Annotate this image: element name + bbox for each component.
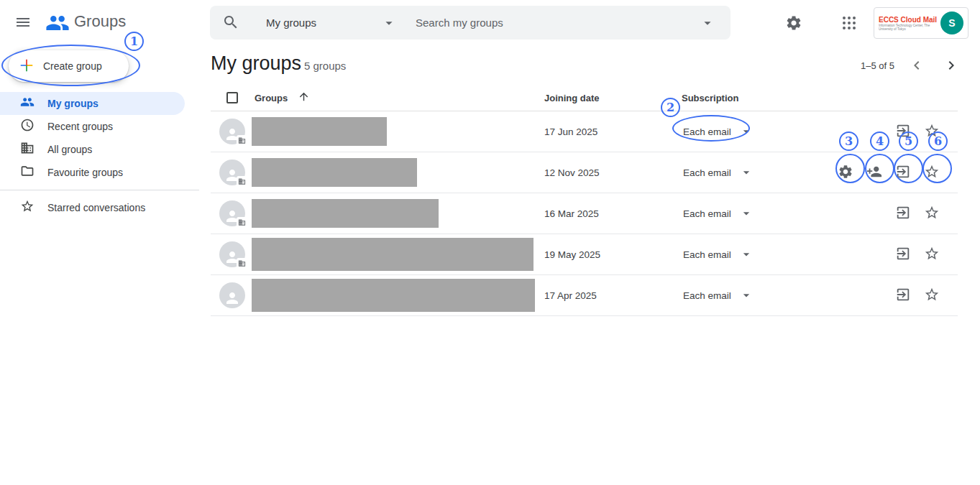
- chevron-down-icon[interactable]: [381, 15, 397, 34]
- row-star-icon[interactable]: [923, 287, 940, 304]
- org-logo-badge: ECCS Cloud Mail Information Technology C…: [874, 7, 968, 39]
- building-badge-icon: [237, 258, 247, 269]
- building-badge-icon: [237, 176, 247, 187]
- joining-date: 17 Apr 2025: [544, 290, 597, 301]
- search-input[interactable]: [416, 6, 682, 40]
- people-icon: [20, 95, 35, 112]
- chevron-left-icon[interactable]: [908, 57, 925, 76]
- row-leave-group-icon[interactable]: [894, 287, 912, 304]
- create-group-label: Create group: [43, 60, 102, 72]
- app-grid-icon[interactable]: [841, 14, 858, 34]
- building-icon: [20, 141, 35, 158]
- group-count: 5 groups: [304, 60, 346, 72]
- sidebar-divider: [0, 190, 199, 190]
- joining-date: 12 Nov 2025: [544, 167, 600, 178]
- sidebar-item-label: All groups: [47, 144, 92, 155]
- subscription-dropdown[interactable]: Each email: [683, 124, 754, 139]
- sort-ascending-icon[interactable]: [298, 91, 310, 106]
- row-star-icon[interactable]: [923, 205, 940, 222]
- chevron-right-icon[interactable]: [943, 57, 960, 76]
- search-scope-dropdown[interactable]: My groups: [266, 6, 316, 40]
- row-add-member-icon[interactable]: [866, 164, 883, 181]
- sidebar-item-all-groups[interactable]: All groups: [0, 138, 185, 161]
- row-leave-group-icon[interactable]: [894, 123, 912, 140]
- group-avatar: [219, 160, 245, 185]
- hamburger-menu-icon[interactable]: [14, 14, 32, 31]
- search-bar: My groups: [210, 6, 731, 40]
- group-avatar: [219, 241, 245, 267]
- column-header-joining-date: Joining date: [544, 93, 600, 103]
- clock-icon: [20, 118, 35, 135]
- subscription-dropdown[interactable]: Each email: [683, 288, 754, 302]
- sidebar-item-label: Starred conversations: [47, 202, 145, 213]
- subscription-value: Each email: [683, 167, 731, 178]
- redacted-group-name: [252, 117, 387, 146]
- create-group-button[interactable]: Create group: [9, 50, 129, 82]
- org-logo-subtitle: Information Technology Center, The Unive…: [879, 24, 940, 31]
- chevron-down-icon: [739, 247, 754, 262]
- table-row[interactable]: 17 Apr 2025 Each email: [211, 275, 958, 316]
- subscription-dropdown[interactable]: Each email: [683, 165, 754, 180]
- row-leave-group-icon[interactable]: [894, 205, 912, 222]
- star-icon: [20, 199, 35, 216]
- subscription-value: Each email: [683, 249, 731, 260]
- app-title: Groups: [74, 12, 126, 31]
- account-avatar[interactable]: S: [940, 11, 963, 34]
- groups-table-body: 17 Jun 2025 Each email: [211, 111, 958, 316]
- redacted-group-name: [252, 158, 417, 187]
- chevron-down-icon: [739, 288, 754, 302]
- table-row[interactable]: 19 May 2025 Each email: [211, 234, 958, 275]
- sidebar-item-my-groups[interactable]: My groups: [0, 92, 185, 115]
- row-star-icon[interactable]: [923, 164, 940, 181]
- group-avatar: [219, 200, 245, 226]
- joining-date: 16 Mar 2025: [544, 208, 599, 219]
- sidebar-item-recent-groups[interactable]: Recent groups: [0, 115, 185, 138]
- row-star-icon[interactable]: [923, 123, 940, 140]
- subscription-dropdown[interactable]: Each email: [683, 206, 754, 221]
- row-settings-gear-icon[interactable]: [837, 164, 854, 181]
- table-row[interactable]: 12 Nov 2025 Each email: [211, 152, 958, 193]
- redacted-group-name: [252, 199, 439, 228]
- folder-icon: [20, 164, 35, 181]
- group-avatar: [219, 282, 245, 308]
- column-header-subscription: Subscription: [682, 93, 738, 103]
- subscription-dropdown[interactable]: Each email: [683, 247, 754, 262]
- sidebar-starred: Starred conversations: [0, 196, 185, 219]
- sidebar-nav: My groups Recent groups All groups Favou…: [0, 92, 185, 184]
- chevron-down-icon: [739, 165, 754, 180]
- top-app-bar: Groups My groups: [0, 0, 980, 46]
- subscription-value: Each email: [683, 208, 731, 219]
- pagination-range: 1–5 of 5: [861, 60, 894, 71]
- redacted-group-name: [252, 238, 533, 271]
- select-all-checkbox[interactable]: [226, 92, 238, 103]
- building-badge-icon: [237, 217, 247, 228]
- row-leave-group-icon[interactable]: [894, 246, 912, 263]
- redacted-group-name: [252, 279, 535, 312]
- sidebar-item-starred-conversations[interactable]: Starred conversations: [0, 196, 185, 219]
- table-row[interactable]: 17 Jun 2025 Each email: [211, 111, 958, 152]
- search-options-chevron-down-icon[interactable]: [700, 15, 715, 33]
- table-row[interactable]: 16 Mar 2025 Each email: [211, 193, 958, 234]
- subscription-value: Each email: [683, 290, 731, 301]
- building-badge-icon: [237, 135, 247, 146]
- joining-date: 19 May 2025: [544, 249, 600, 260]
- sidebar-item-favourite-groups[interactable]: Favourite groups: [0, 161, 185, 184]
- row-star-icon[interactable]: [923, 246, 940, 263]
- sidebar-item-label: Recent groups: [47, 121, 113, 132]
- settings-gear-icon[interactable]: [785, 14, 802, 34]
- row-leave-group-icon[interactable]: [894, 164, 912, 181]
- sidebar-item-label: Favourite groups: [47, 167, 123, 178]
- groups-logo-icon[interactable]: [45, 11, 70, 38]
- chevron-down-icon: [739, 124, 754, 139]
- page-title: My groups: [211, 52, 301, 75]
- org-logo-text: ECCS Cloud Mail Information Technology C…: [874, 16, 940, 31]
- joining-date: 17 Jun 2025: [544, 126, 597, 137]
- groups-table: Groups Joining date Subscription 17 Jun …: [211, 85, 958, 316]
- subscription-value: Each email: [683, 126, 731, 137]
- group-avatar: [219, 119, 245, 144]
- chevron-down-icon: [739, 206, 754, 221]
- search-icon[interactable]: [222, 14, 239, 34]
- column-header-groups[interactable]: Groups: [255, 93, 288, 103]
- sidebar-item-label: My groups: [47, 98, 99, 109]
- google-groups-page: Groups My groups: [0, 0, 980, 485]
